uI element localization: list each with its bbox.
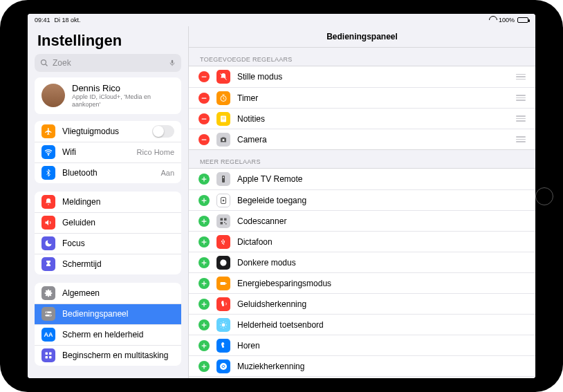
control-item: Timer [189,87,535,108]
add-button[interactable] [199,340,210,351]
guided-icon [216,194,230,207]
home-button[interactable] [535,187,553,205]
add-button[interactable] [199,319,210,330]
airplane-toggle[interactable] [152,125,174,138]
sidebar-item-bluetooth[interactable]: Bluetooth Aan [35,162,181,183]
add-button[interactable] [199,299,210,310]
remove-button[interactable] [199,134,210,145]
add-button[interactable] [199,236,210,248]
profile-name: Dennis Rico [72,83,174,93]
svg-rect-38 [225,223,227,225]
add-button[interactable] [199,257,210,268]
brightness-icon [216,318,230,332]
control-item: Apple TV Remote [189,169,535,189]
sidebar-item-homescreen[interactable]: Beginscherm en multitasking [35,345,181,366]
notifications-group: Meldingen Geluiden Focus [35,192,181,274]
darkmode-icon [216,256,230,270]
sounds-label: Geluiden [62,218,174,227]
more-controls-list: Apple TV RemoteBegeleide toegangCodescan… [189,168,535,378]
svg-point-57 [220,363,227,370]
main-panel: Bedieningspaneel TOEGEVOEGDE REGELAARS S… [188,26,535,378]
add-button[interactable] [199,195,210,206]
general-label: Algemeen [62,288,174,298]
control-item: Donkere modus [189,252,535,272]
profile-sub: Apple ID, iCloud+, 'Media en aankopen' [72,93,174,109]
shazam-icon [216,360,230,373]
bell-slash-icon [216,70,230,84]
sidebar-item-general[interactable]: Algemeen [35,283,181,304]
control-item: Muziekherkenning [189,355,535,376]
control-center-label: Bedieningspaneel [62,309,174,319]
remove-button[interactable] [199,93,210,104]
display-label: Scherm en helderheid [62,330,174,339]
text-size-icon: AA [41,328,55,342]
bluetooth-icon [41,166,55,180]
gear-icon [41,286,55,300]
control-label: Horen [237,341,526,351]
svg-rect-10 [46,353,48,355]
wifi-label: Wifi [62,147,130,157]
page-title: Instellingen [28,26,188,54]
svg-rect-35 [224,218,227,221]
remove-button[interactable] [199,113,210,124]
svg-rect-2 [172,60,174,64]
svg-point-52 [222,324,225,326]
avatar [41,84,65,107]
add-button[interactable] [199,174,210,185]
sidebar-item-notifications[interactable]: Meldingen [35,192,181,212]
control-label: Begeleide toegang [237,196,526,205]
control-item: Begeleide toegang [189,189,535,210]
add-button[interactable] [199,278,210,289]
drag-handle-icon[interactable] [516,115,526,122]
svg-rect-12 [46,356,48,359]
drag-handle-icon[interactable] [516,95,526,101]
homescreen-label: Beginscherm en multitasking [62,351,174,360]
sidebar-item-wifi[interactable]: Wifi Rico Home [35,142,181,162]
drag-handle-icon[interactable] [516,136,526,142]
airplane-icon [41,124,55,138]
search-icon [40,59,48,67]
battery-percent: 100% [499,17,515,24]
general-group: Algemeen Bedieningspaneel AA Scherm en h… [35,283,181,366]
clock: 09:41 [35,17,50,24]
connectivity-group: Vliegtuigmodus Wifi Rico Home [35,121,181,183]
add-button[interactable] [199,216,210,227]
sidebar-item-screentime[interactable]: Schermtijd [35,254,181,274]
moon-icon [41,236,55,250]
control-item: Camera [189,129,535,149]
battery-icon [216,277,230,290]
svg-point-31 [223,200,224,201]
airplane-label: Vliegtuigmodus [62,127,145,136]
sidebar-item-sounds[interactable]: Geluiden [35,212,181,233]
control-item: Stille modus [189,66,535,87]
apple-id-row[interactable]: Dennis Rico Apple ID, iCloud+, 'Media en… [35,77,181,114]
sidebar-item-display[interactable]: AA Scherm en helderheid [35,324,181,345]
bell-icon [41,195,55,209]
svg-point-0 [41,60,46,65]
svg-rect-13 [49,356,52,359]
notifications-label: Meldingen [62,197,174,207]
sidebar-item-focus[interactable]: Focus [35,233,181,254]
sidebar-item-control-center[interactable]: Bedieningspaneel [35,304,181,324]
svg-point-23 [223,139,225,141]
control-label: Timer [237,93,509,103]
control-label: Stille modus [237,72,509,82]
search-input[interactable]: Zoek [35,54,181,72]
timer-icon [216,91,230,105]
control-item: Codescanner [189,210,535,231]
sidebar-item-airplane[interactable]: Vliegtuigmodus [35,121,181,142]
screentime-label: Schermtijd [62,259,174,269]
svg-point-4 [48,155,49,156]
ear-sound-icon [216,297,230,311]
section-added-title: TOEGEVOEGDE REGELAARS [189,48,535,66]
dictation-icon[interactable] [169,58,176,68]
svg-rect-36 [221,222,223,225]
add-button[interactable] [199,361,210,372]
svg-rect-34 [221,218,223,221]
focus-label: Focus [62,239,174,248]
drag-handle-icon[interactable] [516,74,526,80]
control-label: Helderheid toetsenbord [237,320,526,330]
toggles-icon [41,307,55,321]
app-grid-icon [41,348,55,362]
remove-button[interactable] [199,71,210,82]
